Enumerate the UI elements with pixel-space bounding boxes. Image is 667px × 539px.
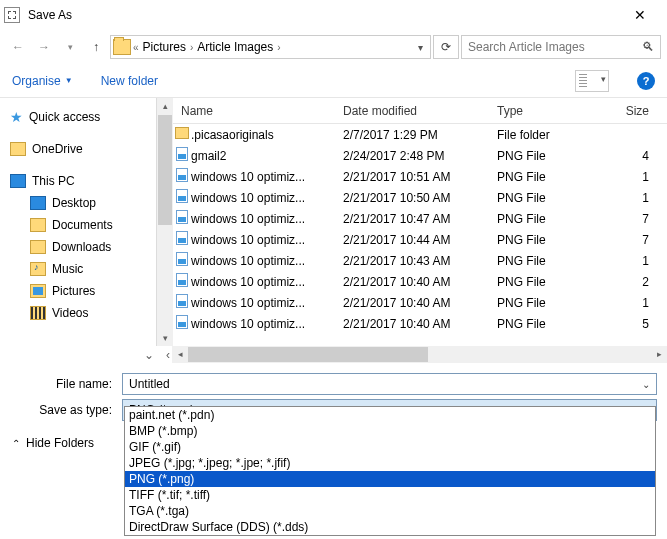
hide-folders-button[interactable]: ⌃ Hide Folders <box>12 436 94 450</box>
recent-drop-icon[interactable]: ▾ <box>58 35 82 59</box>
app-icon <box>4 7 20 23</box>
folder-icon <box>173 127 191 142</box>
dropdown-option[interactable]: BMP (*.bmp) <box>125 423 655 439</box>
col-size[interactable]: Size <box>607 104 667 118</box>
col-name[interactable]: Name <box>173 104 343 118</box>
col-type[interactable]: Type <box>497 104 607 118</box>
back-button[interactable]: ← <box>6 35 30 59</box>
help-button[interactable]: ? <box>637 72 655 90</box>
column-headers: Name Date modified Type Size <box>173 98 667 124</box>
main-area: ★Quick access OneDrive This PC Desktop D… <box>0 98 667 346</box>
videos-icon <box>30 306 46 320</box>
scroll-thumb[interactable] <box>158 115 172 225</box>
table-row[interactable]: windows 10 optimiz...2/21/2017 10:40 AMP… <box>173 313 667 334</box>
save-as-type-label: Save as type: <box>10 403 122 417</box>
filename-value: Untitled <box>129 377 170 391</box>
breadcrumb-item-pictures[interactable]: Pictures <box>141 40 188 54</box>
tree-quick-access[interactable]: ★Quick access <box>10 106 152 128</box>
file-date: 2/21/2017 10:44 AM <box>343 233 497 247</box>
breadcrumb[interactable]: « Pictures › Article Images › ▾ <box>110 35 431 59</box>
breadcrumb-history-drop[interactable]: ▾ <box>412 42 428 53</box>
tree-scrollbar[interactable]: ▴ ▾ <box>156 98 173 346</box>
tree-label: Music <box>52 262 83 276</box>
scroll-left-arrow[interactable]: ◂ <box>172 346 188 363</box>
file-size: 1 <box>607 254 667 268</box>
file-type: PNG File <box>497 275 607 289</box>
music-icon <box>30 262 46 276</box>
scroll-right-arrow[interactable]: ▸ <box>651 346 667 363</box>
file-type: PNG File <box>497 233 607 247</box>
tree-expand-toggle[interactable]: ⌄ <box>0 346 156 363</box>
scroll-track[interactable] <box>157 226 173 330</box>
filename-label: File name: <box>10 377 122 391</box>
file-type: PNG File <box>497 296 607 310</box>
table-row[interactable]: windows 10 optimiz...2/21/2017 10:43 AMP… <box>173 250 667 271</box>
breadcrumb-root-sep: « <box>133 42 139 53</box>
scroll-thumb[interactable] <box>188 347 428 362</box>
tree-desktop[interactable]: Desktop <box>10 192 152 214</box>
file-type: PNG File <box>497 254 607 268</box>
table-row[interactable]: .picasaoriginals2/7/2017 1:29 PMFile fol… <box>173 124 667 145</box>
file-name: windows 10 optimiz... <box>191 275 343 289</box>
forward-button[interactable]: → <box>32 35 56 59</box>
png-file-icon <box>173 210 191 227</box>
file-size: 7 <box>607 233 667 247</box>
file-name: windows 10 optimiz... <box>191 317 343 331</box>
scroll-down-arrow[interactable]: ▾ <box>157 330 173 346</box>
file-date: 2/21/2017 10:40 AM <box>343 296 497 310</box>
dropdown-option[interactable]: GIF (*.gif) <box>125 439 655 455</box>
dropdown-option[interactable]: paint.net (*.pdn) <box>125 407 655 423</box>
tree-onedrive[interactable]: OneDrive <box>10 138 152 160</box>
file-name: gmail2 <box>191 149 343 163</box>
pictures-icon <box>30 284 46 298</box>
png-file-icon <box>173 231 191 248</box>
save-as-type-dropdown[interactable]: paint.net (*.pdn)BMP (*.bmp)GIF (*.gif)J… <box>124 406 656 536</box>
png-file-icon <box>173 273 191 290</box>
refresh-button[interactable]: ⟳ <box>433 35 459 59</box>
list-hscrollbar[interactable]: ◂ ▸ <box>172 346 667 363</box>
dropdown-option[interactable]: TIFF (*.tif; *.tiff) <box>125 487 655 503</box>
dropdown-option[interactable]: DirectDraw Surface (DDS) (*.dds) <box>125 519 655 535</box>
search-input[interactable]: Search Article Images 🔍︎ <box>461 35 661 59</box>
filename-field[interactable]: Untitled ⌄ <box>122 373 657 395</box>
new-folder-button[interactable]: New folder <box>101 74 158 88</box>
tree-label: Videos <box>52 306 88 320</box>
dropdown-option[interactable]: JPEG (*.jpg; *.jpeg; *.jpe; *.jfif) <box>125 455 655 471</box>
file-type: PNG File <box>497 317 607 331</box>
dropdown-option[interactable]: TGA (*.tga) <box>125 503 655 519</box>
desktop-icon <box>30 196 46 210</box>
tree-music[interactable]: Music <box>10 258 152 280</box>
view-layout-button[interactable] <box>575 70 609 92</box>
hide-folders-label: Hide Folders <box>26 436 94 450</box>
tree-documents[interactable]: Documents <box>10 214 152 236</box>
file-size: 4 <box>607 149 667 163</box>
table-row[interactable]: windows 10 optimiz...2/21/2017 10:44 AMP… <box>173 229 667 250</box>
table-row[interactable]: windows 10 optimiz...2/21/2017 10:51 AMP… <box>173 166 667 187</box>
table-row[interactable]: windows 10 optimiz...2/21/2017 10:40 AMP… <box>173 292 667 313</box>
tree-this-pc[interactable]: This PC <box>10 170 152 192</box>
png-file-icon <box>173 294 191 311</box>
file-type: PNG File <box>497 170 607 184</box>
tree-videos[interactable]: Videos <box>10 302 152 324</box>
png-file-icon <box>173 189 191 206</box>
file-date: 2/21/2017 10:47 AM <box>343 212 497 226</box>
scroll-up-arrow[interactable]: ▴ <box>157 98 173 114</box>
col-date[interactable]: Date modified <box>343 104 497 118</box>
table-row[interactable]: windows 10 optimiz...2/21/2017 10:50 AMP… <box>173 187 667 208</box>
tree-pictures[interactable]: Pictures <box>10 280 152 302</box>
tree-downloads[interactable]: Downloads <box>10 236 152 258</box>
table-row[interactable]: windows 10 optimiz...2/21/2017 10:47 AMP… <box>173 208 667 229</box>
onedrive-icon <box>10 142 26 156</box>
chevron-down-icon: ⌃ <box>12 438 20 449</box>
chevron-down-icon[interactable]: ⌄ <box>642 379 650 390</box>
organise-button[interactable]: Organise ▼ <box>12 74 73 88</box>
dropdown-option[interactable]: PNG (*.png) <box>125 471 655 487</box>
nav-tree: ★Quick access OneDrive This PC Desktop D… <box>0 98 156 346</box>
table-row[interactable]: windows 10 optimiz...2/21/2017 10:40 AMP… <box>173 271 667 292</box>
table-row[interactable]: gmail22/24/2017 2:48 PMPNG File4 <box>173 145 667 166</box>
scroll-track[interactable] <box>428 346 651 363</box>
breadcrumb-item-article-images[interactable]: Article Images <box>195 40 275 54</box>
close-button[interactable]: ✕ <box>617 7 663 23</box>
up-button[interactable]: ↑ <box>84 35 108 59</box>
tree-label: Pictures <box>52 284 95 298</box>
